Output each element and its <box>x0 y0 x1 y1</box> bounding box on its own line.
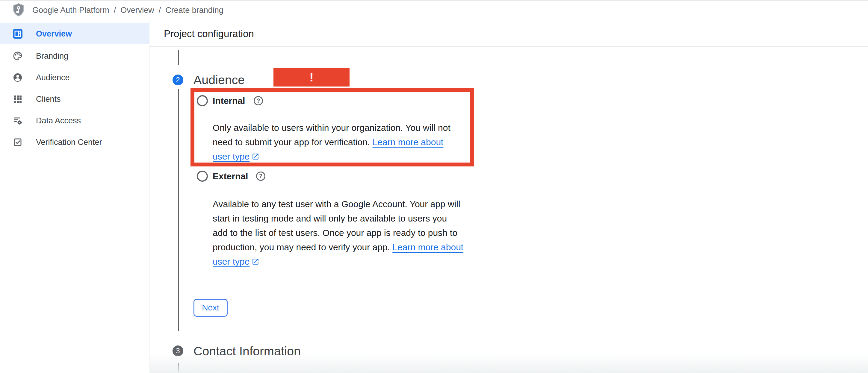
breadcrumb-separator: / <box>114 6 116 15</box>
internal-help-icon[interactable]: ? <box>254 96 263 105</box>
external-help-icon[interactable]: ? <box>256 172 266 181</box>
sidebar-item-label: Verification Center <box>36 138 102 147</box>
alert-exclamation: ! <box>309 70 314 84</box>
sidebar-item-label: Audience <box>36 73 70 82</box>
sidebar-nav: Overview Branding <box>0 21 150 373</box>
external-link-icon <box>252 150 259 158</box>
breadcrumb: Google Auth Platform / Overview / Create… <box>32 6 223 15</box>
account-circle-icon <box>12 72 23 82</box>
help-question-glyph: ? <box>259 173 262 180</box>
stepper-line-top <box>178 50 179 65</box>
sidebar-item-overview[interactable]: Overview <box>0 23 149 44</box>
content-header: Project configuration <box>150 21 868 47</box>
sidebar-item-data-access[interactable]: Data Access <box>0 110 149 131</box>
auth-shield-key-icon <box>12 3 25 18</box>
dashboard-icon <box>12 29 23 39</box>
sidebar-item-clients[interactable]: Clients <box>0 89 149 109</box>
apps-grid-icon <box>12 94 23 104</box>
external-radio-label[interactable]: External <box>213 171 248 182</box>
help-question-glyph: ? <box>256 97 260 104</box>
breadcrumb-separator: / <box>159 6 161 15</box>
step-2-circle: 2 <box>173 74 183 85</box>
breadcrumb-bar: Google Auth Platform / Overview / Create… <box>0 0 868 20</box>
sidebar-item-verification-center[interactable]: Verification Center <box>0 132 149 153</box>
sidebar-item-label: Overview <box>36 29 72 39</box>
step-3-number: 3 <box>176 347 180 355</box>
breadcrumb-overview-link[interactable]: Overview <box>120 6 154 15</box>
internal-radio-button[interactable] <box>197 95 208 106</box>
internal-description: Only available to users within your orga… <box>213 121 470 164</box>
contact-step-title: Contact Information <box>193 344 301 358</box>
sidebar-item-label: Data Access <box>36 116 81 126</box>
stepper-line-middle <box>178 89 179 331</box>
list-settings-icon <box>12 115 23 126</box>
sidebar-item-label: Branding <box>36 52 68 61</box>
app-window: Google Auth Platform / Overview / Create… <box>0 0 868 373</box>
sidebar-item-label: Clients <box>36 95 61 104</box>
next-button[interactable]: Next <box>193 299 228 317</box>
palette-icon <box>12 51 23 61</box>
stepper-line-bottom <box>178 363 179 373</box>
external-link-icon <box>252 256 259 263</box>
sidebar-item-branding[interactable]: Branding <box>0 45 149 66</box>
external-description: Available to any test user with a Google… <box>213 197 470 269</box>
step-3-circle: 3 <box>173 345 183 356</box>
annotation-alert-badge: ! <box>274 68 349 87</box>
checkbox-check-icon <box>12 137 23 147</box>
breadcrumb-current-page: Create branding <box>165 6 223 15</box>
step-2-number: 2 <box>176 76 180 84</box>
page-title: Project configuration <box>164 28 254 39</box>
external-radio-button[interactable] <box>197 171 208 182</box>
audience-step-title: Audience <box>193 73 245 87</box>
breadcrumb-app-name[interactable]: Google Auth Platform <box>32 6 109 15</box>
sidebar-item-audience[interactable]: Audience <box>0 67 149 88</box>
internal-radio-label[interactable]: Internal <box>213 95 245 106</box>
